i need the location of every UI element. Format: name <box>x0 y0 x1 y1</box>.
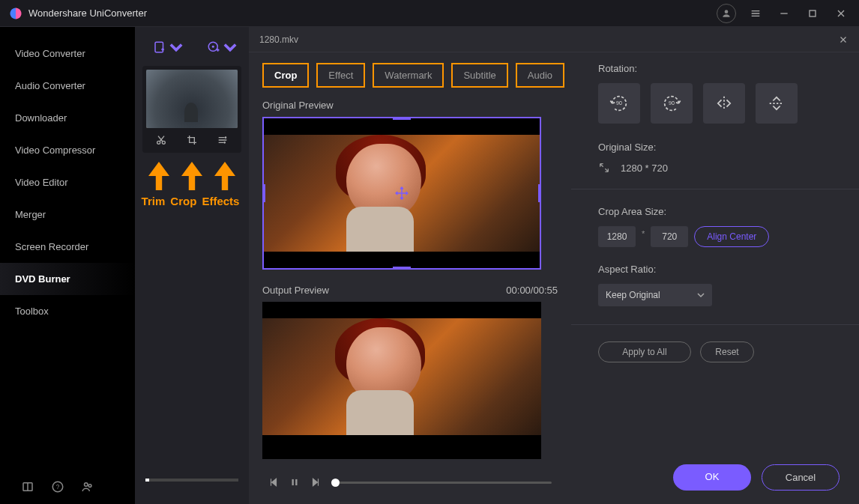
maximize-icon[interactable] <box>804 4 822 22</box>
trim-icon[interactable] <box>155 134 167 146</box>
tab-label: Subtitle <box>463 70 495 81</box>
tab-subtitle[interactable]: Subtitle <box>451 63 507 88</box>
flip-vertical-button[interactable] <box>756 83 798 124</box>
add-file-button[interactable] <box>153 40 183 54</box>
tab-label: Effect <box>328 70 353 81</box>
svg-rect-1 <box>810 10 816 16</box>
app-title: Wondershare UniConverter <box>28 7 147 19</box>
sidebar-item-label: Downloader <box>15 112 67 124</box>
chevron-down-icon <box>697 291 705 299</box>
tab-label: Audio <box>528 70 552 81</box>
sidebar-item-merger[interactable]: Merger <box>0 198 135 231</box>
sidebar-item-label: Video Compressor <box>15 145 95 156</box>
sidebar-item-audio-converter[interactable]: Audio Converter <box>0 70 135 102</box>
tab-label: Watermark <box>385 70 432 81</box>
menu-icon[interactable] <box>747 4 765 22</box>
sidebar-item-label: Video Converter <box>15 48 85 59</box>
sidebar-item-video-compressor[interactable]: Video Compressor <box>0 134 135 166</box>
aspect-ratio-label: Aspect Ratio: <box>598 264 840 275</box>
sidebar-item-video-converter[interactable]: Video Converter <box>0 37 135 70</box>
guide-icon[interactable] <box>21 480 34 494</box>
svg-point-13 <box>224 136 226 139</box>
annotation-arrow <box>214 162 235 190</box>
help-icon[interactable]: ? <box>51 480 64 494</box>
file-thumbnail-card[interactable] <box>142 66 241 153</box>
multiply-symbol: * <box>642 229 645 238</box>
original-size-label: Original Size: <box>598 142 840 153</box>
sidebar-item-label: Video Editor <box>15 177 68 188</box>
sidebar-item-toolbox[interactable]: Toolbox <box>0 295 135 327</box>
svg-text:90: 90 <box>616 100 622 106</box>
sidebar-item-label: Toolbox <box>15 306 49 317</box>
output-preview-label: Output Preview <box>262 285 329 296</box>
svg-point-14 <box>223 142 226 144</box>
effects-icon[interactable] <box>217 134 229 146</box>
editor-close-icon[interactable] <box>838 34 849 45</box>
tab-label: Crop <box>274 70 297 81</box>
reset-button[interactable]: Reset <box>700 341 754 362</box>
app-logo-icon <box>9 7 22 20</box>
editor-panel: 1280.mkv Crop Effect Watermark Subtitle … <box>249 27 859 504</box>
original-preview-label: Original Preview <box>262 100 334 111</box>
next-frame-icon[interactable] <box>310 477 321 488</box>
tab-effect[interactable]: Effect <box>316 63 365 88</box>
output-preview <box>262 302 541 459</box>
crop-area-label: Crop Area Size: <box>598 206 840 217</box>
cancel-button[interactable]: Cancel <box>762 464 840 491</box>
svg-rect-16 <box>295 479 297 485</box>
svg-point-0 <box>725 10 729 13</box>
sidebar-item-screen-recorder[interactable]: Screen Recorder <box>0 231 135 263</box>
rotation-label: Rotation: <box>598 63 840 74</box>
expand-icon <box>598 162 610 174</box>
svg-rect-15 <box>292 479 294 485</box>
time-display: 00:00/00:55 <box>506 285 558 296</box>
minimize-icon[interactable] <box>775 4 793 22</box>
svg-point-6 <box>85 483 88 487</box>
pause-icon[interactable] <box>289 477 300 488</box>
tab-watermark[interactable]: Watermark <box>373 63 444 88</box>
add-disc-button[interactable] <box>207 40 237 54</box>
flip-horizontal-button[interactable] <box>703 83 745 124</box>
svg-point-7 <box>88 485 91 488</box>
original-size-value: 1280 * 720 <box>621 163 668 174</box>
annotation-arrow <box>181 162 202 190</box>
sidebar-item-downloader[interactable]: Downloader <box>0 102 135 134</box>
tab-audio[interactable]: Audio <box>516 63 564 88</box>
annotation-label-crop: Crop <box>170 195 196 207</box>
svg-rect-8 <box>155 42 163 52</box>
annotation-arrow <box>148 162 169 190</box>
annotation-label-trim: Trim <box>142 195 166 207</box>
crop-height-input[interactable] <box>651 226 688 247</box>
file-column: Trim Crop Effects <box>135 27 249 504</box>
rotate-ccw-button[interactable]: 90 <box>598 83 640 124</box>
apply-to-all-button[interactable]: Apply to All <box>598 341 691 362</box>
svg-text:?: ? <box>56 484 60 491</box>
annotation-label-effects: Effects <box>202 195 239 207</box>
sidebar: Video Converter Audio Converter Download… <box>0 27 135 504</box>
sidebar-item-label: DVD Burner <box>15 273 70 285</box>
sidebar-item-dvd-burner[interactable]: DVD Burner <box>0 263 135 295</box>
community-icon[interactable] <box>81 480 94 494</box>
account-icon[interactable] <box>717 4 736 23</box>
close-icon[interactable] <box>832 4 850 22</box>
queue-progress <box>145 479 238 482</box>
svg-text:90: 90 <box>669 100 675 106</box>
prev-frame-icon[interactable] <box>268 477 279 488</box>
tab-crop[interactable]: Crop <box>262 63 309 88</box>
rotate-cw-button[interactable]: 90 <box>651 83 693 124</box>
aspect-ratio-select[interactable]: Keep Original <box>598 284 712 306</box>
align-center-button[interactable]: Align Center <box>694 226 769 247</box>
move-cursor-icon <box>394 185 410 201</box>
svg-point-10 <box>212 46 214 48</box>
crop-width-input[interactable] <box>598 226 636 247</box>
crop-icon[interactable] <box>186 134 198 146</box>
sidebar-item-label: Merger <box>15 209 46 220</box>
editor-filename: 1280.mkv <box>259 34 298 45</box>
playback-slider[interactable] <box>331 482 552 484</box>
ok-button[interactable]: OK <box>673 464 751 491</box>
sidebar-item-label: Audio Converter <box>15 80 85 91</box>
sidebar-item-video-editor[interactable]: Video Editor <box>0 166 135 198</box>
video-thumbnail <box>146 70 238 128</box>
original-preview[interactable] <box>262 117 541 270</box>
titlebar: Wondershare UniConverter <box>0 0 859 27</box>
